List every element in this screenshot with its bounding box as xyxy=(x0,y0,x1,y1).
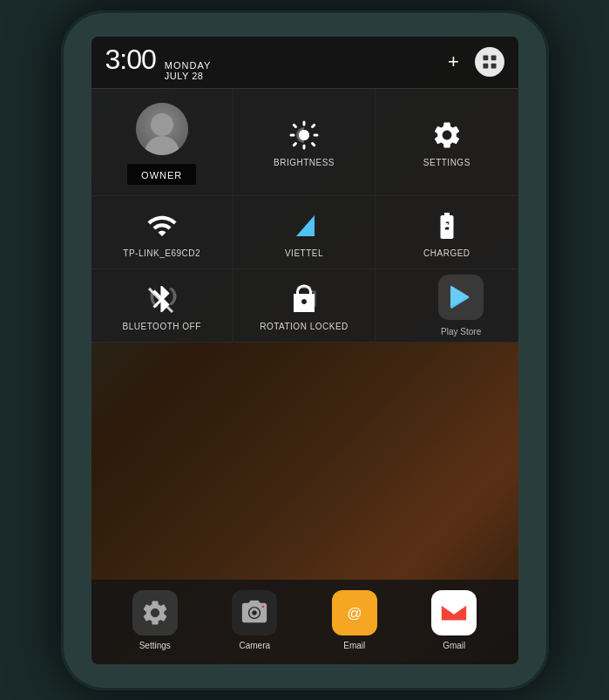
signal-tile[interactable]: VIETTEL xyxy=(233,196,376,269)
app-bar: Settings Camera @ xyxy=(91,580,518,664)
settings-app-label: Settings xyxy=(139,641,171,650)
rotation-tile[interactable]: ROTATION LOCKED xyxy=(233,269,376,343)
settings-tile[interactable]: SETTINGS xyxy=(376,89,518,196)
gmail-app-icon xyxy=(431,590,477,635)
play-store-partial-tile: Play Store xyxy=(376,269,518,343)
brightness-icon xyxy=(288,119,320,151)
battery-label: CHARGED xyxy=(423,248,470,258)
status-icons: + xyxy=(442,47,504,77)
gmail-app-label: Gmail xyxy=(443,641,465,650)
avatar-inner xyxy=(136,103,188,155)
battery-tile[interactable]: CHARGED xyxy=(376,196,518,269)
owner-tile[interactable]: OWNER xyxy=(91,89,233,196)
settings-app[interactable]: Settings xyxy=(132,590,178,650)
bluetooth-tile[interactable]: BLUETOOTH OFF xyxy=(91,269,233,343)
svg-rect-2 xyxy=(483,64,488,69)
phone-screen: 3:00 MONDAY JULY 28 + xyxy=(91,37,518,664)
avatar-face xyxy=(136,103,188,155)
day-name: MONDAY xyxy=(165,60,211,71)
settings-app-icon xyxy=(132,590,178,635)
quick-settings-row2: TP-LINK_E69CD2 VIETTEL xyxy=(91,196,518,269)
quick-settings-row3: BLUETOOTH OFF ROTATION LOCKED xyxy=(91,269,518,343)
camera-app-label: Camera xyxy=(239,641,270,650)
play-store-label: Play Store xyxy=(441,327,481,336)
gmail-app[interactable]: Gmail xyxy=(431,590,477,650)
wifi-icon xyxy=(146,210,178,241)
wifi-tile[interactable]: TP-LINK_E69CD2 xyxy=(91,196,233,269)
avatar-body xyxy=(145,136,179,155)
email-app-icon: @ xyxy=(332,590,377,635)
camera-app[interactable]: Camera xyxy=(232,590,277,650)
owner-label: OWNER xyxy=(141,170,182,180)
svg-rect-3 xyxy=(491,64,496,69)
add-button[interactable]: + xyxy=(442,50,466,74)
time-area: 3:00 MONDAY JULY 28 xyxy=(105,44,212,81)
svg-rect-0 xyxy=(483,56,488,61)
signal-label: VIETTEL xyxy=(285,248,323,258)
bluetooth-off-icon xyxy=(146,283,178,315)
camera-app-icon xyxy=(232,590,277,635)
svg-text:@: @ xyxy=(347,604,362,621)
avatar xyxy=(136,103,188,155)
brightness-label: BRIGHTNESS xyxy=(274,158,335,167)
svg-rect-1 xyxy=(491,56,496,61)
settings-icon xyxy=(431,119,463,151)
brightness-tile[interactable]: BRIGHTNESS xyxy=(233,89,376,196)
quick-settings-toggle[interactable] xyxy=(475,47,504,77)
bluetooth-label: BLUETOOTH OFF xyxy=(123,322,201,331)
rotation-label: ROTATION LOCKED xyxy=(260,322,348,331)
date: JULY 28 xyxy=(165,71,211,81)
notification-panel: 3:00 MONDAY JULY 28 + xyxy=(91,37,518,343)
svg-point-7 xyxy=(262,605,265,608)
clock: 3:00 xyxy=(105,44,156,76)
date-info: MONDAY JULY 28 xyxy=(165,60,211,81)
settings-label: SETTINGS xyxy=(423,158,470,167)
wifi-label: TP-LINK_E69CD2 xyxy=(123,248,200,258)
quick-settings-row1: OWNER BRIGHTNESS xyxy=(91,89,518,196)
status-bar: 3:00 MONDAY JULY 28 + xyxy=(91,37,518,88)
battery-icon xyxy=(431,210,463,241)
avatar-head xyxy=(151,113,173,136)
svg-marker-6 xyxy=(296,215,315,236)
play-store-icon xyxy=(438,275,484,320)
email-app[interactable]: @ Email xyxy=(332,590,377,650)
phone-frame: 3:00 MONDAY JULY 28 + xyxy=(61,10,549,690)
signal-icon xyxy=(288,210,320,241)
owner-label-bar: OWNER xyxy=(127,164,196,185)
rotation-lock-icon xyxy=(288,283,320,315)
email-app-label: Email xyxy=(343,641,365,650)
